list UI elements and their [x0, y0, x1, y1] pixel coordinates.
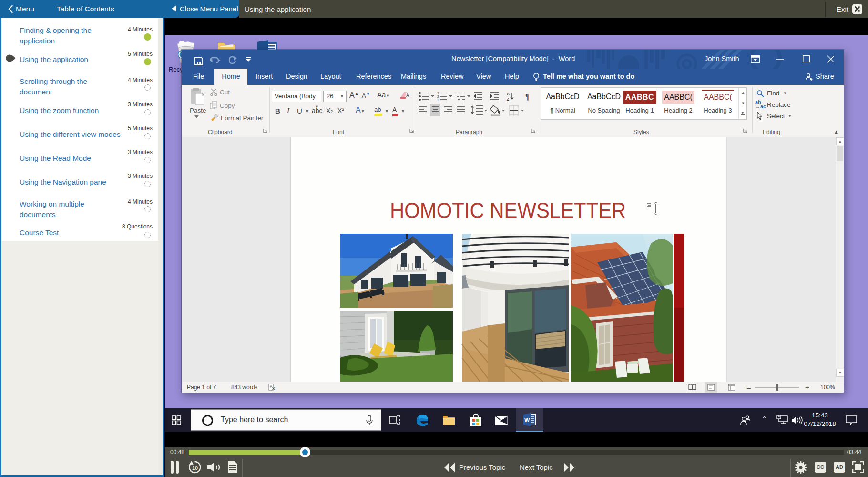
svg-text:Z: Z — [507, 97, 509, 102]
svg-text:3: 3 — [437, 98, 439, 102]
svg-text:10: 10 — [192, 465, 198, 471]
svg-text:1: 1 — [437, 92, 439, 95]
svg-text:A: A — [406, 93, 409, 98]
svg-text:✕: ✕ — [272, 386, 276, 391]
svg-text:W: W — [524, 417, 530, 424]
svg-text:2: 2 — [437, 95, 439, 98]
svg-text:A: A — [507, 92, 510, 96]
svg-text:¶: ¶ — [525, 93, 530, 102]
